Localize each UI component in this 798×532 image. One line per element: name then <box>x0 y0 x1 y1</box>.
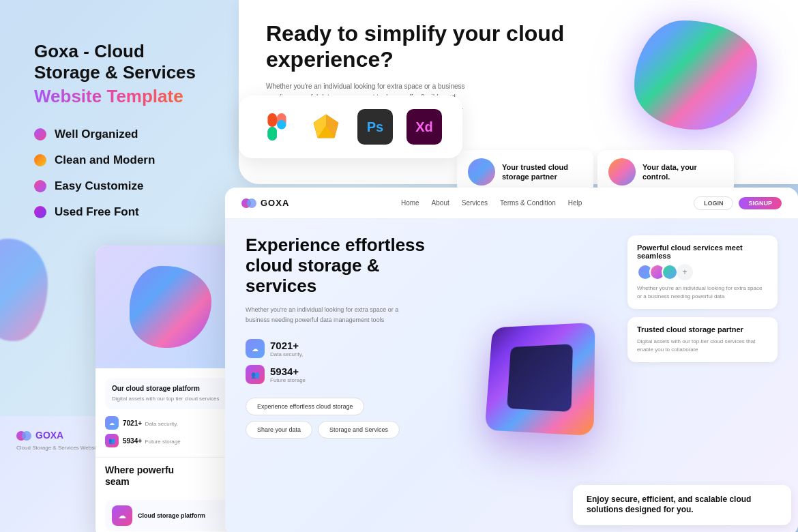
logo-text: GOXA <box>261 198 289 208</box>
bottom-logo-icon <box>16 431 31 441</box>
stat-item-1: ☁ 7021+ Data security, <box>246 339 450 358</box>
svg-rect-0 <box>267 113 277 127</box>
product-subtitle: Website Template <box>34 86 211 107</box>
nav-links: Home About Services Terms & Condition He… <box>401 199 582 207</box>
service-card-1: Powerful cloud services meet seamless + … <box>627 235 778 309</box>
login-button[interactable]: LOGIN <box>694 196 734 210</box>
stat-icon-1: ☁ <box>246 339 265 358</box>
stat-item-2: 👥 5934+ Future storage <box>246 365 450 384</box>
service-card-desc-1: Whether you're an individual looking for… <box>637 284 768 301</box>
svg-rect-4 <box>267 127 277 141</box>
logo-circle-right <box>247 198 256 208</box>
dot-icon-3 <box>34 180 46 192</box>
hero-title: Experience effortless cloud storage & se… <box>246 235 450 297</box>
small-stat-label-1: Data security, <box>145 421 178 427</box>
tools-card: Ps Xd <box>239 95 462 158</box>
stat-number-1: 7021+ <box>270 340 303 351</box>
trusted-blob-1 <box>468 158 495 186</box>
nav-terms[interactable]: Terms & Condition <box>500 199 556 207</box>
stat-info-1: 7021+ Data security, <box>270 340 303 357</box>
feature-label-1: Well Organized <box>55 128 138 141</box>
product-title: Goxa - Cloud Storage & Services <box>34 41 211 83</box>
where-section: Where powerfuseam <box>95 457 246 494</box>
trusted-blob-2 <box>608 158 636 186</box>
where-text: Where powerfuseam <box>105 464 236 488</box>
plus-button[interactable]: + <box>677 264 693 280</box>
photoshop-icon: Ps <box>357 109 393 145</box>
small-preview-content: Our cloud storage platform Digital asset… <box>95 368 246 457</box>
small-stat-icon-1: ☁ <box>105 416 119 430</box>
sketch-icon <box>308 109 344 145</box>
feature-label-4: Used Free Font <box>55 205 139 219</box>
cloud-title: Cloud storage platform <box>138 512 205 519</box>
avatar-group: + <box>637 264 768 280</box>
3d-blob-top-right <box>634 20 757 130</box>
feature-easy-customize: Easy Customize <box>34 179 211 193</box>
stat-label-2: Future storage <box>270 377 306 383</box>
small-stat-label-2: Future storage <box>145 439 181 445</box>
nav-home[interactable]: Home <box>401 199 419 207</box>
nav-help[interactable]: Help <box>568 199 582 207</box>
box-inner <box>507 344 573 412</box>
stat-icon-2: 👥 <box>246 365 265 384</box>
hero-btn-2[interactable]: Share your data <box>246 421 312 439</box>
feature-label-3: Easy Customize <box>55 179 143 193</box>
trusted-text-2: Your data, your control. <box>642 162 723 182</box>
xd-icon: Xd <box>407 109 442 145</box>
ps-label: Ps <box>367 119 383 135</box>
3d-box <box>485 323 595 436</box>
nav-actions: LOGIN SIGNUP <box>694 196 782 210</box>
small-preview-header <box>95 246 246 368</box>
stat-number-2: 5934+ <box>270 366 306 377</box>
small-stat-icon-2: 👥 <box>105 434 119 447</box>
nav-services[interactable]: Services <box>462 199 488 207</box>
feature-free-font: Used Free Font <box>34 205 211 219</box>
small-inner-card: Our cloud storage platform Digital asset… <box>105 378 236 409</box>
svg-rect-3 <box>277 120 286 130</box>
goxa-logo-icon <box>241 198 256 208</box>
cloud-info: Cloud storage platform <box>138 512 205 519</box>
hero-left: Experience effortless cloud storage & se… <box>246 235 450 519</box>
small-card-title: Our cloud storage platform <box>112 385 229 392</box>
dot-icon-4 <box>34 206 46 218</box>
preview-navbar: GOXA Home About Services Terms & Conditi… <box>225 188 798 219</box>
simplify-title: Ready to simplify your cloud experience? <box>266 20 621 73</box>
xd-label: Xd <box>415 119 433 135</box>
features-list: Well Organized Clean and Modern Easy Cus… <box>34 128 211 219</box>
feature-well-organized: Well Organized <box>34 128 211 141</box>
hero-desc: Whether you're an individual looking for… <box>246 305 409 326</box>
cloud-icon: ☁ <box>112 505 132 526</box>
avatar-3 <box>662 264 678 280</box>
stat-info-2: 5934+ Future storage <box>270 366 306 383</box>
hero-btn-3[interactable]: Storage and Services <box>318 421 400 439</box>
small-stat-info-1: 7021+ Data security, <box>123 419 178 427</box>
nav-about[interactable]: About <box>432 199 449 207</box>
hero-buttons: Experience effortless cloud storage Shar… <box>246 398 450 439</box>
dot-icon-1 <box>34 128 46 141</box>
nav-logo: GOXA <box>241 198 289 208</box>
hero-right: Powerful cloud services meet seamless + … <box>627 235 778 519</box>
service-card-title-1: Powerful cloud services meet seamless <box>637 243 768 260</box>
feature-label-2: Clean and Modern <box>55 153 155 167</box>
hero-stats: ☁ 7021+ Data security, 👥 5934+ Future st… <box>246 339 450 384</box>
trusted-text-1: Your trusted cloud storage partner <box>502 162 582 182</box>
small-stats: ☁ 7021+ Data security, 👥 5934+ Future st… <box>105 416 236 447</box>
service-card-desc-2: Digital assets with our top-tier cloud s… <box>637 338 768 354</box>
cloud-storage-card: ☁ Cloud storage platform <box>105 500 236 531</box>
small-stat-num-1: 7021+ <box>123 419 142 427</box>
enjoy-text: Enjoy secure, efficient, and scalable cl… <box>587 494 778 516</box>
svg-point-13 <box>22 431 31 441</box>
service-card-title-2: Trusted cloud storage partner <box>637 325 768 334</box>
signup-button[interactable]: SIGNUP <box>739 197 782 209</box>
dot-icon-2 <box>34 154 46 166</box>
small-stat-2: 👥 5934+ Future storage <box>105 434 236 447</box>
hero-3d-box <box>464 235 614 519</box>
hero-btn-1[interactable]: Experience effortless cloud storage <box>246 398 364 415</box>
small-card-desc: Digital assets with our top tier cloud s… <box>112 395 229 402</box>
bottom-logo-text: GOXA <box>35 430 63 441</box>
small-blob <box>130 266 211 348</box>
figma-icon <box>259 109 295 145</box>
small-stat-num-2: 5934+ <box>123 437 142 445</box>
blob-top-right <box>634 20 771 143</box>
website-preview: GOXA Home About Services Terms & Conditi… <box>225 188 798 532</box>
